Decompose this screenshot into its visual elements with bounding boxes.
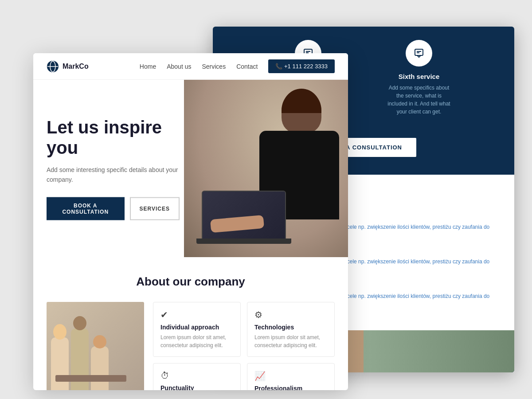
hero-cta-secondary[interactable]: SERVICES xyxy=(130,197,180,220)
hero-subtitle: Add some interesting specific details ab… xyxy=(47,165,180,185)
feature-technologies: ⚙ Technologies Lorem ipsum dolor sit ame… xyxy=(247,302,335,357)
feature-technologies-desc: Lorem ipsum dolor sit amet, consectetur … xyxy=(254,333,327,349)
about-title: About our company xyxy=(47,275,335,289)
sixth-service-title: Sixth service xyxy=(399,73,440,80)
feature-technologies-title: Technologies xyxy=(254,324,327,331)
nav-services[interactable]: Services xyxy=(202,63,226,70)
logo: MarkCo xyxy=(47,60,89,73)
phone-button[interactable]: 📞 +1 111 222 3333 xyxy=(268,59,335,73)
feature-individual-desc: Lorem ipsum dolor sit amet, consectetur … xyxy=(160,333,233,349)
hero-cta-primary[interactable]: BOOK A CONSULTATION xyxy=(47,197,125,220)
feature-punctuality-title: Punctuality xyxy=(160,384,233,390)
features-grid: ✔ Individual approach Lorem ipsum dolor … xyxy=(153,302,335,390)
logo-text: MarkCo xyxy=(63,63,89,70)
feature-professionalism: 📈 Professionalism xyxy=(247,363,335,390)
front-card: MarkCo Home About us Services Contact 📞 … xyxy=(33,53,348,390)
leaves-decoration xyxy=(381,366,514,372)
person-head xyxy=(282,89,321,133)
about-content: ✔ Individual approach Lorem ipsum dolor … xyxy=(47,302,335,390)
feature-individual: ✔ Individual approach Lorem ipsum dolor … xyxy=(153,302,241,357)
about-section: About our company xyxy=(33,257,348,390)
hero-section: Let us inspire you Add some interesting … xyxy=(33,80,348,257)
logo-icon xyxy=(47,60,59,73)
phone-number: +1 111 222 3333 xyxy=(284,63,328,70)
navbar: MarkCo Home About us Services Contact 📞 … xyxy=(33,53,348,80)
service-item-sixth: Sixth service Add some specifics about t… xyxy=(386,40,452,116)
hero-title: Let us inspire you xyxy=(47,117,180,158)
sixth-service-icon xyxy=(406,40,432,66)
team-photo xyxy=(47,302,144,390)
laptop-base xyxy=(196,239,291,244)
hero-image xyxy=(184,80,348,257)
nav-about[interactable]: About us xyxy=(167,63,191,70)
feature-punctuality: ⏱ Punctuality xyxy=(153,363,241,390)
clock-icon: ⏱ xyxy=(160,371,233,381)
phone-icon: 📞 xyxy=(275,63,284,70)
hero-content: Let us inspire you Add some interesting … xyxy=(47,117,180,220)
nav-contact[interactable]: Contact xyxy=(236,63,258,70)
feature-individual-title: Individual approach xyxy=(160,324,233,331)
gear-icon: ⚙ xyxy=(254,309,327,320)
nav-home[interactable]: Home xyxy=(140,63,156,70)
chart-icon: 📈 xyxy=(254,371,327,381)
nav-links: Home About us Services Contact xyxy=(140,63,258,70)
checkmark-icon: ✔ xyxy=(160,309,233,320)
feature-professionalism-title: Professionalism xyxy=(254,385,327,390)
hero-buttons: BOOK A CONSULTATION SERVICES xyxy=(47,197,180,220)
sixth-service-desc: Add some specifics about the service, wh… xyxy=(386,84,452,116)
